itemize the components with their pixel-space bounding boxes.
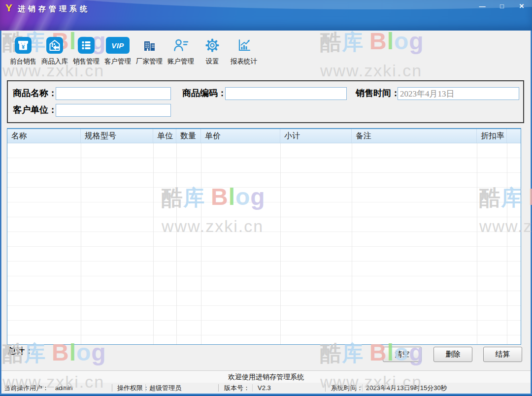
column-header-discount[interactable]: 折扣率 — [477, 129, 507, 143]
clear-button[interactable]: 清空 — [383, 347, 422, 362]
vip-badge-icon: VIP — [106, 37, 130, 54]
table-header-row: 名称 规格型号 单位 数量 单价 小计 备注 折扣率 — [7, 129, 521, 143]
toolbar-item-stock-in[interactable]: 商品入库 — [39, 35, 70, 66]
storefront-icon: ¥ — [15, 37, 32, 54]
status-separator — [252, 384, 253, 392]
toolbar-label: 厂家管理 — [136, 57, 163, 66]
delete-button[interactable]: 删除 — [433, 347, 472, 362]
column-divider — [477, 143, 477, 344]
total-label: 总计： — [8, 345, 33, 357]
toolbar: ¥ 前台销售 商品入库 销售管理 — [7, 35, 260, 66]
bar-chart-icon — [235, 37, 252, 54]
toolbar-label: 商品入库 — [41, 57, 68, 66]
toolbar-label: 报表统计 — [231, 57, 257, 66]
window-border-left — [0, 31, 1, 396]
warehouse-in-icon — [46, 37, 63, 54]
status-user-value: admin — [55, 383, 72, 393]
product-name-label: 商品名称： — [13, 87, 57, 99]
table-body-grid[interactable] — [7, 143, 521, 344]
status-perm-label: 操作权限： — [117, 383, 149, 393]
column-header-empty — [507, 129, 521, 143]
titlebar: Y 进销存管理系统 — □ ✕ — [0, 0, 532, 31]
status-perm-value: 超级管理员 — [149, 383, 181, 393]
column-header-name[interactable]: 名称 — [7, 129, 81, 143]
column-divider — [153, 143, 154, 344]
toolbar-item-customer-manage[interactable]: VIP 客户管理 — [102, 35, 133, 66]
sale-date-input[interactable] — [398, 87, 519, 100]
status-welcome-text: 欢迎使用进销存管理系统 — [0, 370, 532, 383]
sale-date-label: 销售时间： — [356, 87, 400, 99]
maximize-button[interactable]: □ — [496, 1, 508, 11]
status-user-label: 当前操作用户： — [4, 383, 49, 393]
svg-text:¥: ¥ — [22, 44, 25, 50]
vip-badge-text: VIP — [111, 41, 124, 50]
toolbar-item-settings[interactable]: 设置 — [197, 35, 228, 66]
window-border-bottom — [0, 394, 532, 396]
factory-building-icon — [141, 37, 158, 54]
column-divider — [507, 143, 507, 344]
status-time-label: 系统时间： — [331, 383, 363, 393]
column-divider — [280, 143, 281, 344]
close-button[interactable]: ✕ — [515, 1, 528, 11]
list-icon — [78, 37, 95, 54]
customer-label: 客户单位： — [13, 104, 57, 116]
gear-icon — [204, 37, 221, 54]
column-divider — [352, 143, 352, 344]
status-version-value: V2.3 — [258, 383, 271, 393]
status-bar: 当前操作用户： admin 操作权限： 超级管理员 版本号： V2.3 系统时间… — [0, 383, 532, 394]
toolbar-item-sales-manage[interactable]: 销售管理 — [70, 35, 102, 66]
column-header-unit[interactable]: 单位 — [153, 129, 176, 143]
app-logo-icon: Y — [5, 2, 12, 14]
product-code-input[interactable] — [225, 87, 347, 100]
settle-button[interactable]: 结算 — [483, 347, 522, 362]
user-account-icon — [172, 37, 189, 54]
toolbar-item-factory-manage[interactable]: 厂家管理 — [133, 35, 165, 66]
status-separator — [112, 384, 112, 392]
watermark: 酷库Blog www.zxki.cn — [320, 29, 424, 79]
column-divider — [176, 143, 177, 344]
toolbar-label: 账户管理 — [167, 57, 194, 66]
column-divider — [201, 143, 201, 344]
customer-input[interactable] — [56, 104, 171, 117]
sales-form-panel: 商品名称： 商品编码： 销售时间： 客户单位： — [7, 80, 524, 123]
status-separator — [145, 384, 146, 392]
status-version-label: 版本号： — [224, 383, 250, 393]
window-title: 进销存管理系统 — [18, 4, 90, 14]
status-separator — [362, 384, 363, 392]
column-header-subtotal[interactable]: 小计 — [280, 129, 352, 143]
column-divider — [81, 143, 81, 344]
toolbar-label: 客户管理 — [104, 57, 131, 66]
status-time-value: 2023年4月13日9时15分30秒 — [366, 383, 447, 393]
toolbar-label: 设置 — [206, 57, 219, 66]
minimize-button[interactable]: — — [476, 1, 489, 11]
items-table[interactable]: 名称 规格型号 单位 数量 单价 小计 备注 折扣率 — [7, 128, 521, 345]
column-header-spec[interactable]: 规格型号 — [81, 129, 153, 143]
column-header-qty[interactable]: 数量 — [176, 129, 201, 143]
column-header-price[interactable]: 单价 — [201, 129, 280, 143]
column-header-remark[interactable]: 备注 — [352, 129, 477, 143]
toolbar-label: 销售管理 — [73, 57, 100, 66]
product-name-input[interactable] — [56, 87, 171, 100]
toolbar-item-account-manage[interactable]: 账户管理 — [165, 35, 197, 66]
window-controls: — □ ✕ — [476, 1, 528, 11]
toolbar-label: 前台销售 — [10, 57, 36, 66]
toolbar-item-reports[interactable]: 报表统计 — [228, 35, 260, 66]
status-separator — [218, 384, 219, 392]
toolbar-item-front-sale[interactable]: ¥ 前台销售 — [7, 35, 39, 66]
status-separator — [325, 384, 326, 392]
product-code-label: 商品编码： — [182, 87, 227, 99]
